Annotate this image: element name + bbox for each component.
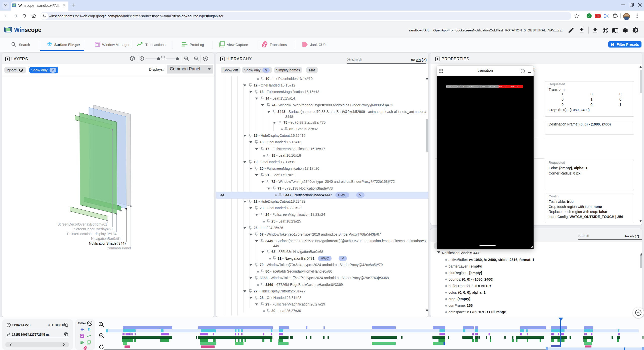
svg-text:NavigationBar0#81: NavigationBar0#81 [91, 237, 121, 241]
svg-text:PointerLocation - display 0#13: PointerLocation - display 0#134 [67, 232, 116, 236]
svg-text:ScreenDecorOverlay#60: ScreenDecorOverlay#60 [74, 227, 113, 231]
svg-text:NotificationShade#3447: NotificationShade#3447 [89, 241, 126, 245]
svg-text:ScreenDecorOverlayBottom#61: ScreenDecorOverlayBottom#61 [57, 222, 107, 226]
svg-text:Common Panel: Common Panel [107, 246, 131, 250]
